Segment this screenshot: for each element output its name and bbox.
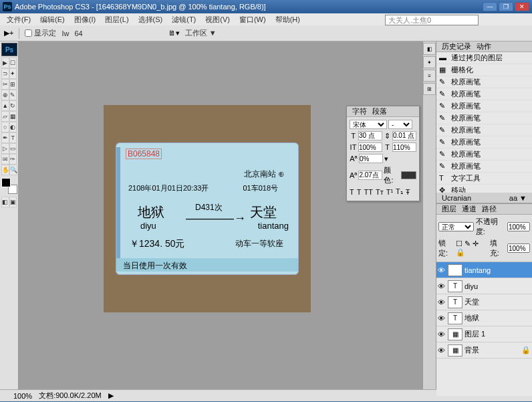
lang-select[interactable]: Ucranian: [439, 194, 474, 202]
dock-icon[interactable]: ≡: [423, 70, 436, 82]
canvas[interactable]: B065848 北京南站 ⊕ 2108年01月01日20:33开 01车018号…: [19, 41, 422, 389]
menu-help[interactable]: 帮助(H): [271, 14, 304, 25]
move-tool[interactable]: ▶: [1, 58, 9, 68]
tab-paragraph[interactable]: 段落: [370, 106, 390, 116]
heal-tool[interactable]: ⊕: [1, 90, 9, 100]
lock-icons[interactable]: ☐ ✎ ✛ 🔒: [456, 239, 487, 257]
vscale-input[interactable]: [392, 142, 416, 152]
color-swatch[interactable]: [401, 171, 416, 179]
eyedrop-tool[interactable]: ✑: [9, 154, 17, 165]
history-item[interactable]: ✎校原画笔: [436, 161, 532, 173]
ticket-from-py: diyu: [140, 221, 156, 231]
menu-image[interactable]: 图像(I): [70, 14, 100, 25]
tab-channels[interactable]: 通道: [459, 204, 479, 214]
blend-mode-select[interactable]: 正常: [438, 222, 474, 231]
baseline-input[interactable]: [359, 154, 383, 163]
menu-file[interactable]: 文件(F): [3, 14, 35, 25]
lasso-tool[interactable]: ⊃: [1, 68, 9, 79]
notes-tool[interactable]: ✉: [1, 154, 9, 165]
aa-select[interactable]: aa ▼: [507, 194, 529, 202]
dock-icon[interactable]: ◧: [423, 43, 436, 55]
tracking-input[interactable]: [358, 142, 382, 152]
leading-input[interactable]: [392, 131, 416, 140]
pen-tool[interactable]: ✒: [1, 132, 9, 143]
hand-tool[interactable]: ✋: [1, 165, 9, 175]
tab-actions[interactable]: 动作: [474, 41, 494, 52]
tab-paths[interactable]: 路径: [479, 204, 499, 214]
tab-character[interactable]: 字符: [350, 106, 370, 116]
path-tool[interactable]: ▷: [1, 143, 9, 154]
menu-select[interactable]: 选择(S): [134, 14, 167, 25]
history-item[interactable]: ✎校原画笔: [436, 76, 532, 88]
history-item[interactable]: ✎校原画笔: [436, 148, 532, 161]
opacity-input[interactable]: [507, 222, 530, 231]
minimize-button[interactable]: —: [483, 2, 497, 11]
size-input[interactable]: [358, 131, 382, 140]
history-item[interactable]: ✎校原画笔: [436, 100, 532, 112]
aa-tracking-input[interactable]: [358, 171, 382, 180]
tab-history[interactable]: 历史记录: [439, 41, 474, 52]
strike-btn[interactable]: Ŧ: [406, 188, 410, 196]
history-item[interactable]: ✎校原画笔: [436, 88, 532, 100]
lock-label: 锁定:: [438, 238, 454, 258]
layer-item[interactable]: 👁T天堂: [436, 294, 532, 310]
tab-layers[interactable]: 图层: [439, 204, 459, 214]
marquee-tool[interactable]: ☐: [9, 58, 17, 68]
history-item[interactable]: ✎校原画笔: [436, 136, 532, 148]
history-item[interactable]: ✎校原画笔: [436, 112, 532, 124]
sub-btn[interactable]: T₁: [396, 187, 403, 196]
menu-view[interactable]: 视图(V): [201, 14, 234, 25]
italic-btn[interactable]: T: [357, 188, 362, 196]
menu-layer[interactable]: 图层(L): [101, 14, 132, 25]
menu-filter[interactable]: 滤镜(T): [168, 14, 200, 25]
ticket-date: 2108年01月01日20:33开: [128, 183, 209, 193]
leading-icon: ⇕: [384, 132, 391, 140]
layer-item[interactable]: 👁Tdiyu: [436, 278, 532, 294]
small-btn[interactable]: Tт: [376, 188, 384, 196]
gradient-tool[interactable]: ▦: [9, 111, 17, 122]
layer-item[interactable]: 👁▦背景🔒: [436, 342, 532, 359]
history-item[interactable]: T文字工具: [436, 173, 532, 185]
bold-btn[interactable]: T: [350, 188, 354, 196]
dock-icon[interactable]: ⊞: [423, 83, 436, 95]
zoom-value[interactable]: 100%: [13, 392, 32, 400]
eraser-tool[interactable]: ▱: [1, 111, 9, 122]
menu-window[interactable]: 窗口(W): [235, 14, 270, 25]
dock-icon[interactable]: ✦: [423, 56, 436, 68]
type-tool[interactable]: T: [9, 132, 17, 143]
history-item[interactable]: ✥移动: [436, 185, 532, 193]
ps-logo: Ps: [1, 43, 17, 56]
menu-edit[interactable]: 编辑(E): [36, 14, 69, 25]
history-item[interactable]: ✎校原画笔: [436, 124, 532, 136]
history-item[interactable]: ▬通过拷贝的图层: [436, 52, 532, 64]
blur-tool[interactable]: ○: [1, 122, 9, 132]
history-item[interactable]: ▦栅格化: [436, 64, 532, 76]
caps-btn[interactable]: TT: [364, 188, 372, 196]
slice-tool[interactable]: ⊞: [9, 79, 17, 90]
font-select[interactable]: 宋体: [350, 120, 387, 129]
history-brush-tool[interactable]: ↻: [9, 100, 17, 111]
screenmode-tool[interactable]: ▣: [9, 197, 17, 207]
fill-input[interactable]: [507, 243, 530, 253]
layer-item[interactable]: 👁Ttiantang: [436, 262, 532, 278]
workspace-dropdown[interactable]: 工作区 ▼: [185, 28, 217, 38]
layer-item[interactable]: 👁▦图层 1: [436, 326, 532, 342]
wand-tool[interactable]: ✦: [9, 68, 17, 79]
search-input[interactable]: 大关人.土焦0: [385, 15, 479, 25]
brush-tool[interactable]: ✎: [9, 90, 17, 100]
maximize-button[interactable]: ❐: [499, 2, 513, 11]
color-swatch[interactable]: [1, 178, 17, 194]
ticket-from: 地狱: [138, 203, 164, 221]
sup-btn[interactable]: T¹: [386, 188, 393, 196]
zoom-tool[interactable]: 🔍: [9, 165, 17, 175]
show-bounds-checkbox[interactable]: 显示定: [25, 28, 56, 38]
quickmask-tool[interactable]: ◧: [1, 197, 9, 207]
close-button[interactable]: ✕: [515, 2, 529, 11]
crop-tool[interactable]: ✂: [1, 79, 9, 90]
layer-item[interactable]: 👁T地狱: [436, 310, 532, 326]
options-bar: ▶+ 显示定 Iw 64 🗎▾ 工作区 ▼: [0, 25, 532, 41]
shape-tool[interactable]: ▭: [9, 143, 17, 154]
style-select[interactable]: -: [388, 120, 412, 129]
dodge-tool[interactable]: ◐: [9, 122, 17, 132]
stamp-tool[interactable]: ▲: [1, 100, 9, 111]
